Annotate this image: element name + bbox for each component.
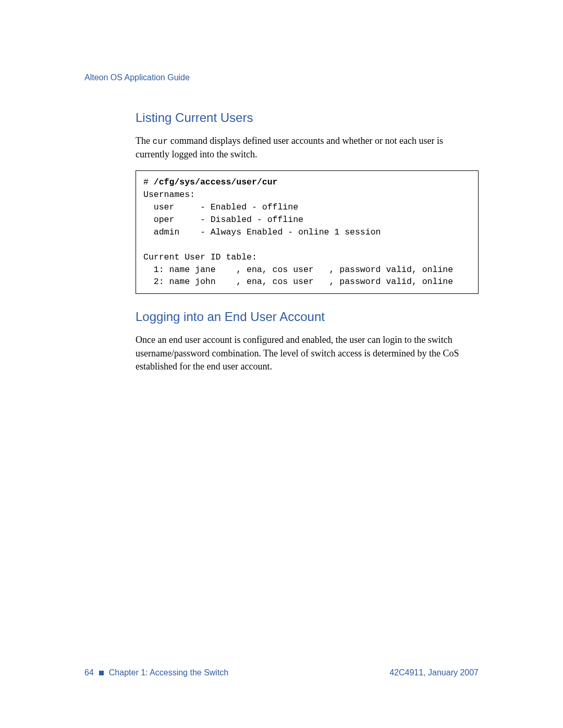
- chapter-label: Chapter 1: Accessing the Switch: [109, 668, 228, 677]
- section-heading-logging-in: Logging into an End User Account: [136, 310, 479, 324]
- inline-command-cur: cur: [152, 137, 168, 146]
- page-number: 64: [84, 668, 94, 677]
- code-prompt: #: [143, 177, 154, 187]
- section-heading-listing-users: Listing Current Users: [136, 110, 479, 125]
- footer-left-group: 64 Chapter 1: Accessing the Switch: [84, 668, 228, 677]
- code-command: /cfg/sys/access/user/cur: [154, 177, 278, 187]
- section1-paragraph: The cur command displays defined user ac…: [136, 134, 479, 161]
- doc-reference: 42C4911, January 2007: [389, 668, 479, 677]
- code-block-cur-output: # /cfg/sys/access/user/cur Usernames: us…: [136, 170, 479, 294]
- footer-square-icon: [99, 671, 104, 675]
- code-output: Usernames: user - Enabled - offline oper…: [143, 190, 453, 287]
- page-footer: 64 Chapter 1: Accessing the Switch 42C49…: [84, 668, 479, 677]
- section2-paragraph: Once an end user account is configured a…: [136, 334, 479, 374]
- section1-text-after: command displays defined user accounts a…: [136, 135, 443, 159]
- document-page: Alteon OS Application Guide Listing Curr…: [0, 0, 563, 728]
- header-guide-title: Alteon OS Application Guide: [84, 73, 479, 82]
- section1-text-before: The: [136, 135, 152, 146]
